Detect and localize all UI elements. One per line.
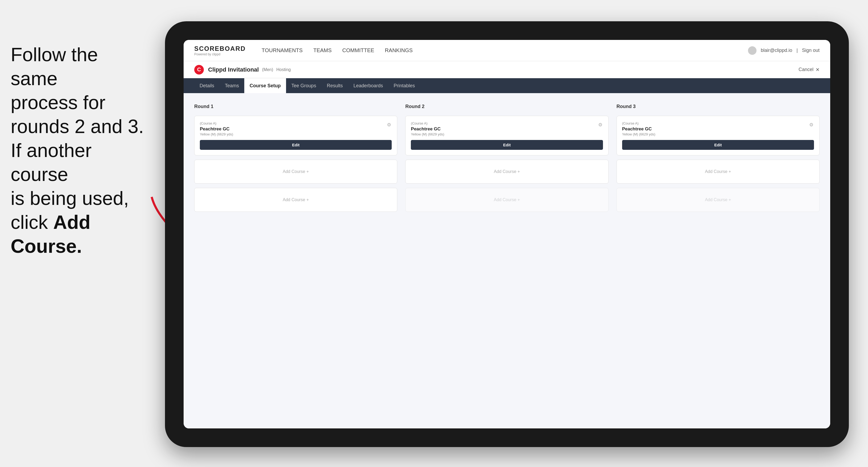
- cancel-button[interactable]: Cancel ✕: [799, 67, 819, 73]
- round-3-course-card: (Course A) Peachtree GC Yellow (M) (6629…: [617, 116, 819, 155]
- tablet-screen: SCOREBOARD Powered by clippd TOURNAMENTS…: [184, 40, 830, 428]
- round-3-add-course-2: Add Course +: [617, 188, 819, 212]
- tab-course-setup[interactable]: Course Setup: [244, 78, 286, 93]
- round-3-course-detail: Yellow (M) (6629 yds): [622, 132, 655, 136]
- round-3-edit-button[interactable]: Edit: [622, 140, 814, 150]
- hosting-badge: Hosting: [276, 67, 290, 72]
- tab-teams[interactable]: Teams: [220, 78, 244, 93]
- round-1-add-course-2[interactable]: Add Course +: [194, 188, 397, 212]
- round-3-course-label: (Course A): [622, 121, 655, 125]
- tab-printables[interactable]: Printables: [388, 78, 420, 93]
- round-1-column: Round 1 (Course A) Peachtree GC Yellow (…: [194, 104, 397, 212]
- round-3-course-name: Peachtree GC: [622, 126, 655, 132]
- round-3-course-info: (Course A) Peachtree GC Yellow (M) (6629…: [622, 121, 655, 140]
- nav-committee[interactable]: COMMITTEE: [342, 46, 374, 55]
- round-1-edit-button[interactable]: Edit: [200, 140, 392, 150]
- round-3-card-header: (Course A) Peachtree GC Yellow (M) (6629…: [622, 121, 814, 140]
- tab-tee-groups[interactable]: Tee Groups: [286, 78, 321, 93]
- round-2-title: Round 2: [405, 104, 608, 110]
- user-avatar: [748, 46, 756, 55]
- pipe-separator: |: [797, 48, 798, 53]
- round-2-edit-button[interactable]: Edit: [411, 140, 603, 150]
- main-content: Round 1 (Course A) Peachtree GC Yellow (…: [184, 93, 830, 428]
- round-3-column: Round 3 (Course A) Peachtree GC Yellow (…: [617, 104, 819, 212]
- tabs-row: Details Teams Course Setup Tee Groups Re…: [184, 78, 830, 93]
- brand-icon: C: [194, 65, 204, 74]
- round-2-settings-icon[interactable]: ⚙: [598, 121, 603, 128]
- nav-tournaments[interactable]: TOURNAMENTS: [261, 46, 303, 55]
- round-2-card-header: (Course A) Peachtree GC Yellow (M) (6629…: [411, 121, 603, 140]
- nav-rankings[interactable]: RANKINGS: [385, 46, 412, 55]
- close-icon: ✕: [815, 67, 819, 73]
- user-email: blair@clippd.io: [761, 48, 792, 53]
- round-2-course-detail: Yellow (M) (6629 yds): [411, 132, 444, 136]
- tab-leaderboards[interactable]: Leaderboards: [348, 78, 388, 93]
- round-1-title: Round 1: [194, 104, 397, 110]
- rounds-grid: Round 1 (Course A) Peachtree GC Yellow (…: [194, 104, 819, 212]
- sign-out-link[interactable]: Sign out: [802, 48, 819, 53]
- round-1-settings-icon[interactable]: ⚙: [386, 121, 392, 128]
- round-1-course-card: (Course A) Peachtree GC Yellow (M) (6629…: [194, 116, 397, 155]
- round-3-settings-icon[interactable]: ⚙: [809, 121, 814, 128]
- logo-text: SCOREBOARD: [194, 45, 246, 53]
- round-3-add-course-1[interactable]: Add Course +: [617, 160, 819, 184]
- tab-results[interactable]: Results: [321, 78, 348, 93]
- round-2-course-label: (Course A): [411, 121, 444, 125]
- round-1-course-label: (Course A): [200, 121, 233, 125]
- logo-area: SCOREBOARD Powered by clippd: [194, 45, 246, 56]
- round-1-course-info: (Course A) Peachtree GC Yellow (M) (6629…: [200, 121, 233, 140]
- round-1-course-detail: Yellow (M) (6629 yds): [200, 132, 233, 136]
- tab-details[interactable]: Details: [194, 78, 220, 93]
- sub-header: C Clippd Invitational (Men) Hosting Canc…: [184, 61, 830, 78]
- round-1-card-header: (Course A) Peachtree GC Yellow (M) (6629…: [200, 121, 392, 140]
- round-2-course-name: Peachtree GC: [411, 126, 444, 132]
- round-2-course-card: (Course A) Peachtree GC Yellow (M) (6629…: [405, 116, 608, 155]
- top-nav: SCOREBOARD Powered by clippd TOURNAMENTS…: [184, 40, 830, 61]
- nav-right: blair@clippd.io | Sign out: [748, 46, 819, 55]
- nav-items: TOURNAMENTS TEAMS COMMITTEE RANKINGS: [261, 46, 748, 55]
- tournament-type: (Men): [262, 67, 273, 72]
- nav-teams[interactable]: TEAMS: [313, 46, 332, 55]
- round-2-add-course-1[interactable]: Add Course +: [405, 160, 608, 184]
- instruction-text: Follow the same process for rounds 2 and…: [0, 42, 160, 258]
- round-3-title: Round 3: [617, 104, 819, 110]
- round-1-course-name: Peachtree GC: [200, 126, 233, 132]
- round-1-add-course-1[interactable]: Add Course +: [194, 160, 397, 184]
- round-2-course-info: (Course A) Peachtree GC Yellow (M) (6629…: [411, 121, 444, 140]
- logo-sub: Powered by clippd: [194, 53, 246, 56]
- round-2-column: Round 2 (Course A) Peachtree GC Yellow (…: [405, 104, 608, 212]
- tournament-title: Clippd Invitational: [208, 66, 259, 73]
- round-2-add-course-2: Add Course +: [405, 188, 608, 212]
- tablet-frame: SCOREBOARD Powered by clippd TOURNAMENTS…: [165, 21, 849, 447]
